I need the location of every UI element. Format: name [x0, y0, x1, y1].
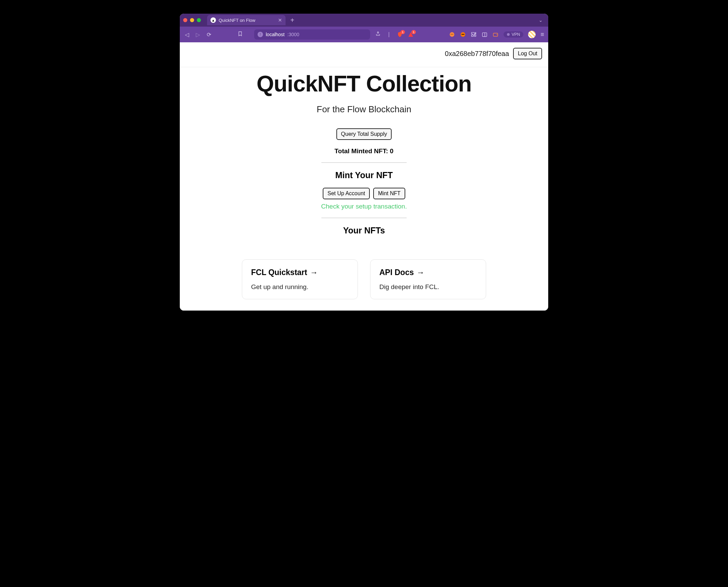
- close-tab-icon[interactable]: ✕: [278, 17, 282, 23]
- total-minted-stat: Total Minted NFT: 0: [187, 147, 541, 155]
- logout-button[interactable]: Log Out: [513, 48, 542, 59]
- site-info-icon[interactable]: !: [258, 32, 263, 37]
- vpn-status-dot: [507, 33, 510, 36]
- your-nfts-heading: Your NFTs: [187, 226, 541, 235]
- extensions-icon[interactable]: [471, 31, 477, 38]
- mint-buttons: Set Up Account Mint NFT: [187, 188, 541, 199]
- page-title: QuickNFT Collection: [187, 71, 541, 97]
- brave-shield-icon[interactable]: 1: [397, 31, 403, 38]
- extension-icon-2[interactable]: [460, 31, 466, 38]
- extension-icon-1[interactable]: [449, 31, 455, 38]
- card-title: API Docs: [379, 268, 414, 277]
- toolbar-right: VPN ≡: [449, 31, 544, 38]
- svg-point-1: [451, 34, 451, 34]
- divider: [321, 218, 407, 218]
- supply-section: Query Total Supply Total Minted NFT: 0: [187, 128, 541, 155]
- separator: |: [386, 31, 392, 38]
- mint-heading: Mint Your NFT: [187, 170, 541, 180]
- wallet-address: 0xa268eb778f70feaa: [445, 50, 509, 58]
- favicon-icon: ▲: [210, 17, 216, 23]
- page-content: 0xa268eb778f70feaa Log Out QuickNFT Coll…: [180, 42, 548, 311]
- wallet-icon[interactable]: [493, 31, 499, 38]
- card-body: Dig deeper into FCL.: [379, 283, 477, 291]
- svg-point-0: [450, 32, 454, 37]
- query-supply-button[interactable]: Query Total Supply: [336, 128, 392, 140]
- arrow-icon: →: [310, 268, 318, 277]
- arrow-icon: →: [417, 268, 424, 277]
- card-api-docs[interactable]: API Docs → Dig deeper into FCL.: [370, 259, 486, 299]
- tab-title: QuickNFT on Flow: [219, 18, 255, 23]
- svg-point-2: [452, 34, 453, 34]
- maximize-window-icon[interactable]: [197, 18, 201, 22]
- vpn-button[interactable]: VPN: [504, 31, 524, 38]
- vpn-label: VPN: [512, 32, 520, 37]
- back-icon[interactable]: ◁: [184, 31, 190, 38]
- browser-tab[interactable]: ▲ QuickNFT on Flow ✕: [207, 15, 286, 25]
- triangle-badge-count: 1: [411, 30, 416, 34]
- url-bar: ◁ ▷ ⟳ ! localhost:3000 | 1 1: [180, 27, 548, 42]
- setup-transaction-link[interactable]: Check your setup transaction.: [321, 203, 407, 210]
- close-window-icon[interactable]: [183, 18, 187, 22]
- bookmark-icon[interactable]: [237, 31, 243, 38]
- doc-cards: FCL Quickstart → Get up and running. API…: [187, 259, 541, 299]
- url-port: :3000: [287, 32, 299, 37]
- app-header: 0xa268eb778f70feaa Log Out: [180, 42, 548, 67]
- minimize-window-icon[interactable]: [190, 18, 194, 22]
- setup-account-button[interactable]: Set Up Account: [323, 188, 370, 199]
- card-body: Get up and running.: [251, 283, 349, 291]
- share-icon[interactable]: [375, 31, 381, 38]
- card-title: FCL Quickstart: [251, 268, 307, 277]
- svg-rect-4: [461, 34, 464, 35]
- card-fcl-quickstart[interactable]: FCL Quickstart → Get up and running.: [242, 259, 358, 299]
- address-field[interactable]: ! localhost:3000: [254, 29, 370, 40]
- stat-label: Total Minted NFT:: [335, 147, 390, 155]
- sidebar-icon[interactable]: [482, 31, 488, 38]
- page-subtitle: For the Flow Blockchain: [187, 104, 541, 115]
- divider: [321, 162, 407, 163]
- mint-nft-button[interactable]: Mint NFT: [373, 188, 405, 199]
- url-host: localhost: [266, 32, 285, 37]
- menu-icon[interactable]: ≡: [540, 31, 544, 38]
- new-tab-button[interactable]: +: [288, 16, 296, 24]
- stat-value: 0: [390, 147, 394, 155]
- main-content: QuickNFT Collection For the Flow Blockch…: [180, 67, 548, 311]
- browser-window: ▲ QuickNFT on Flow ✕ + ⌄ ◁ ▷ ⟳ ! localho…: [180, 14, 548, 311]
- forward-icon[interactable]: ▷: [195, 31, 201, 38]
- profile-avatar[interactable]: [528, 31, 536, 38]
- tab-bar: ▲ QuickNFT on Flow ✕ + ⌄: [180, 14, 548, 27]
- shield-badge-count: 1: [401, 30, 405, 34]
- brave-triangle-icon[interactable]: 1: [408, 31, 414, 38]
- reload-icon[interactable]: ⟳: [206, 31, 212, 38]
- tabs-overflow-icon[interactable]: ⌄: [537, 17, 545, 23]
- window-controls: [183, 18, 201, 22]
